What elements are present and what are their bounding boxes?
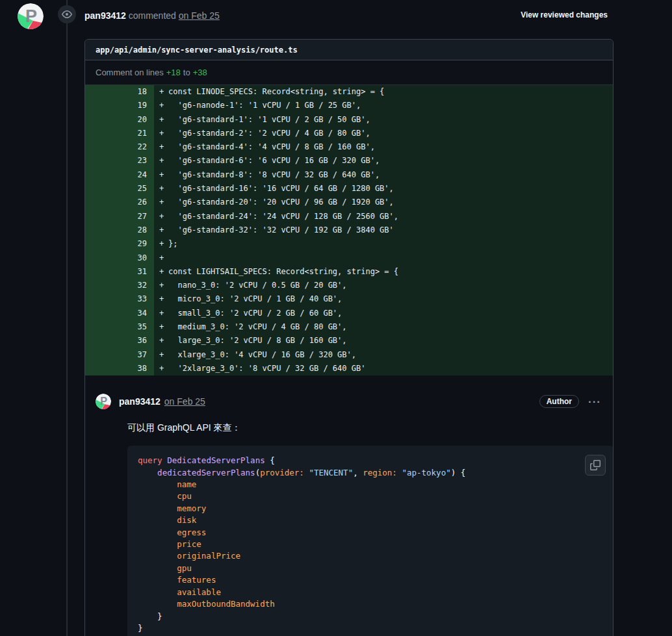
file-path-link[interactable]: app/api/admin/sync-server-analysis/route…: [96, 45, 298, 55]
kebab-menu-button[interactable]: ···: [588, 396, 601, 407]
line-number: 34: [85, 307, 154, 320]
comment-date-link[interactable]: on Feb 25: [164, 396, 205, 407]
plus-sign: +: [159, 307, 168, 320]
code-line: disk: [138, 515, 603, 526]
copy-button[interactable]: [585, 455, 606, 476]
comment-avatar[interactable]: P: [96, 394, 111, 409]
plus-sign: +: [159, 223, 168, 237]
diff-row: 35+ medium_3_0: '2 vCPU / 4 GB / 80 GB',: [85, 320, 613, 334]
diff-row: 30+: [85, 251, 613, 265]
comment-header: P pan93412 on Feb 25 Author ···: [96, 394, 601, 409]
code-lines: query DedicatedServerPlans { dedicatedSe…: [138, 455, 603, 634]
code-line: name: [138, 479, 603, 490]
diff-code-cell: + large_3_0: '2 vCPU / 8 GB / 160 GB',: [154, 334, 613, 348]
plus-sign: +: [159, 85, 168, 99]
diff-row: 25+ 'g6-standard-16': '16 vCPU / 64 GB /…: [85, 182, 613, 196]
diff-code-cell: +};: [154, 237, 613, 251]
diff-code-cell: + '2xlarge_3_0': '8 vCPU / 32 GB / 640 G…: [154, 362, 613, 375]
range-from: +18: [166, 68, 181, 77]
line-number: 27: [85, 210, 154, 223]
diff-code-cell: + 'g6-nanode-1': '1 vCPU / 1 GB / 25 GB'…: [154, 99, 613, 112]
plus-sign: +: [159, 154, 168, 168]
code-line: query DedicatedServerPlans {: [138, 455, 603, 466]
plus-sign: +: [159, 99, 168, 112]
plus-sign: +: [159, 237, 168, 251]
diff-row: 29+};: [85, 237, 613, 251]
diff-code-cell: + 'g6-standard-2': '2 vCPU / 4 GB / 80 G…: [154, 127, 613, 140]
diff-code-cell: + small_3_0: '2 vCPU / 2 GB / 60 GB',: [154, 307, 613, 320]
diff-row: 27+ 'g6-standard-24': '24 vCPU / 128 GB …: [85, 210, 613, 223]
comment-block: P pan93412 on Feb 25 Author ··· 可以用 Grap…: [85, 375, 613, 636]
author-badge: Author: [539, 395, 579, 408]
line-number: 31: [85, 265, 154, 279]
plus-sign: +: [159, 362, 168, 375]
line-number: 24: [85, 168, 154, 182]
diff-code-cell: + 'g6-standard-8': '8 vCPU / 32 GB / 640…: [154, 168, 613, 182]
diff-row: 34+ small_3_0: '2 vCPU / 2 GB / 60 GB',: [85, 307, 613, 320]
code-line: memory: [138, 503, 603, 515]
diff-row: 18+const LINODE_SPECS: Record<string, st…: [85, 85, 613, 99]
line-number: 21: [85, 127, 154, 140]
line-number: 30: [85, 251, 154, 265]
code-line: maxOutboundBandwidth: [138, 598, 603, 610]
line-number: 18: [85, 85, 154, 99]
line-number: 25: [85, 182, 154, 196]
diff-code-cell: + medium_3_0: '2 vCPU / 4 GB / 80 GB',: [154, 320, 613, 334]
comment-range-row: Comment on lines +18 to +38: [85, 60, 613, 85]
line-number: 38: [85, 362, 154, 375]
diff-lines: 18+const LINODE_SPECS: Record<string, st…: [85, 85, 613, 375]
file-header: app/api/admin/sync-server-analysis/route…: [85, 40, 613, 60]
diff-code-cell: + 'g6-standard-6': '6 vCPU / 16 GB / 320…: [154, 154, 613, 168]
plus-sign: +: [159, 140, 168, 154]
comment-username-link[interactable]: pan93412: [119, 396, 161, 407]
eye-icon: [62, 9, 72, 19]
timeline-line: [66, 0, 68, 636]
code-line: cpu: [138, 490, 603, 502]
range-to: +38: [193, 68, 207, 77]
line-number: 36: [85, 334, 154, 348]
diff-code-cell: +const LINODE_SPECS: Record<string, stri…: [154, 85, 613, 99]
avatar-image: P: [18, 3, 44, 29]
line-number: 29: [85, 237, 154, 251]
code-line: }: [138, 622, 603, 634]
code-line: features: [138, 574, 603, 586]
plus-sign: +: [159, 168, 168, 182]
diff-row: 19+ 'g6-nanode-1': '1 vCPU / 1 GB / 25 G…: [85, 99, 613, 112]
diff-row: 28+ 'g6-standard-32': '32 vCPU / 192 GB …: [85, 223, 613, 237]
date-link[interactable]: on Feb 25: [179, 10, 220, 21]
line-number: 20: [85, 113, 154, 127]
plus-sign: +: [159, 334, 168, 348]
copy-icon: [590, 460, 601, 470]
svg-text:P: P: [100, 396, 107, 407]
diff-row: 22+ 'g6-standard-4': '4 vCPU / 8 GB / 16…: [85, 140, 613, 154]
line-number: 23: [85, 154, 154, 168]
review-header: pan93412 commented on Feb 25: [84, 10, 220, 21]
avatar[interactable]: P: [18, 3, 44, 29]
view-reviewed-changes-link[interactable]: View reviewed changes: [521, 10, 608, 19]
diff-row: 26+ 'g6-standard-20': '20 vCPU / 96 GB /…: [85, 196, 613, 209]
avatar-image: P: [96, 394, 111, 409]
code-line: price: [138, 539, 603, 550]
plus-sign: +: [159, 113, 168, 127]
line-number: 28: [85, 223, 154, 237]
diff-code-cell: + nano_3_0: '2 vCPU / 0.5 GB / 20 GB',: [154, 279, 613, 292]
diff-code-cell: + xlarge_3_0: '4 vCPU / 16 GB / 320 GB',: [154, 348, 613, 362]
diff-code-cell: + 'g6-standard-1': '1 vCPU / 2 GB / 50 G…: [154, 113, 613, 127]
plus-sign: +: [159, 127, 168, 140]
line-number: 19: [85, 99, 154, 112]
username-link[interactable]: pan93412: [84, 10, 126, 21]
diff-row: 31+const LIGHTSAIL_SPECS: Record<string,…: [85, 265, 613, 279]
diff-row: 32+ nano_3_0: '2 vCPU / 0.5 GB / 20 GB',: [85, 279, 613, 292]
code-line: gpu: [138, 563, 603, 574]
code-line: dedicatedServerPlans(provider: "TENCENT"…: [138, 467, 603, 479]
comment-body-text: 可以用 GraphQL API 來查：: [127, 422, 601, 434]
line-number: 37: [85, 348, 154, 362]
review-thread-card: app/api/admin/sync-server-analysis/route…: [84, 39, 614, 636]
range-prefix: Comment on lines: [96, 68, 164, 77]
svg-text:P: P: [25, 6, 37, 26]
diff-row: 23+ 'g6-standard-6': '6 vCPU / 16 GB / 3…: [85, 154, 613, 168]
code-line: originalPrice: [138, 550, 603, 562]
code-line: egress: [138, 527, 603, 539]
diff-code-cell: + 'g6-standard-4': '4 vCPU / 8 GB / 160 …: [154, 140, 613, 154]
graphql-code-block: query DedicatedServerPlans { dedicatedSe…: [127, 446, 614, 636]
